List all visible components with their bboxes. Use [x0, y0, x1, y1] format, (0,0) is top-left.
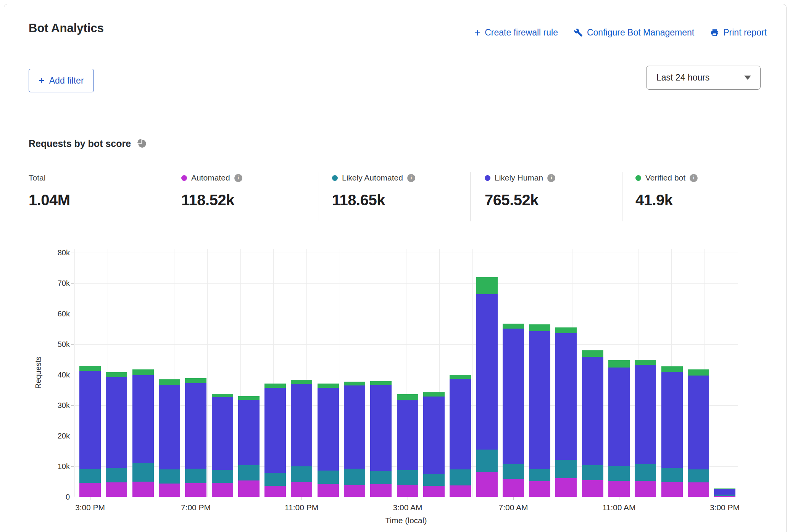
bar-segment-likely-automated[interactable]	[397, 470, 418, 485]
bar-segment-automated[interactable]	[79, 483, 101, 497]
bar-segment-automated[interactable]	[238, 480, 260, 497]
bar-segment-verified-bot[interactable]	[397, 394, 418, 400]
bar-segment-likely-human[interactable]	[529, 331, 550, 469]
bar-segment-likely-automated[interactable]	[714, 495, 735, 496]
bar-segment-likely-human[interactable]	[688, 376, 709, 469]
bar-segment-likely-automated[interactable]	[423, 474, 445, 486]
bar-segment-likely-human[interactable]	[344, 385, 365, 469]
bar-segment-verified-bot[interactable]	[212, 394, 233, 397]
bar-segment-likely-automated[interactable]	[608, 466, 630, 481]
bar-segment-verified-bot[interactable]	[529, 324, 550, 331]
bar-segment-likely-human[interactable]	[370, 385, 392, 471]
bar-segment-likely-human[interactable]	[476, 294, 498, 450]
bar-segment-verified-bot[interactable]	[688, 369, 709, 376]
bar-segment-automated[interactable]	[318, 484, 339, 497]
bar-segment-likely-automated[interactable]	[555, 460, 577, 478]
bar-segment-automated[interactable]	[503, 479, 524, 497]
bar-segment-likely-automated[interactable]	[106, 468, 127, 482]
bar-segment-verified-bot[interactable]	[79, 366, 101, 371]
bar-segment-automated[interactable]	[688, 482, 709, 497]
time-range-select[interactable]: Last 24 hours	[646, 66, 761, 90]
bar-segment-likely-human[interactable]	[291, 384, 312, 466]
bar-segment-likely-automated[interactable]	[688, 469, 709, 482]
bar-segment-likely-automated[interactable]	[212, 470, 233, 483]
bar-segment-likely-human[interactable]	[661, 372, 683, 468]
configure-bot-management-link[interactable]: Configure Bot Management	[574, 27, 694, 38]
print-report-link[interactable]: Print report	[710, 27, 767, 38]
bar-segment-verified-bot[interactable]	[132, 369, 154, 375]
bar-segment-verified-bot[interactable]	[608, 360, 630, 368]
info-icon[interactable]: i	[234, 174, 242, 182]
bar-segment-likely-human[interactable]	[238, 400, 260, 465]
bar-segment-automated[interactable]	[291, 482, 312, 497]
bar-segment-likely-human[interactable]	[132, 375, 154, 463]
bar-segment-verified-bot[interactable]	[476, 277, 498, 294]
bar-segment-likely-human[interactable]	[503, 329, 524, 464]
bar-segment-automated[interactable]	[423, 486, 445, 497]
bar-segment-automated[interactable]	[159, 484, 180, 497]
bar-segment-likely-human[interactable]	[212, 397, 233, 470]
bar-segment-automated[interactable]	[529, 481, 550, 497]
bar-segment-automated[interactable]	[185, 483, 206, 497]
create-firewall-rule-link[interactable]: +Create firewall rule	[474, 27, 558, 38]
bar-segment-likely-automated[interactable]	[132, 463, 154, 482]
bar-segment-verified-bot[interactable]	[582, 350, 603, 357]
info-icon[interactable]: i	[407, 174, 415, 182]
bar-segment-automated[interactable]	[132, 482, 154, 497]
bar-segment-verified-bot[interactable]	[291, 380, 312, 384]
bar-segment-likely-automated[interactable]	[159, 469, 180, 484]
bar-segment-verified-bot[interactable]	[661, 366, 683, 372]
add-filter-button[interactable]: + Add filter	[29, 69, 94, 92]
bar-segment-likely-human[interactable]	[185, 383, 206, 469]
bar-segment-automated[interactable]	[397, 485, 418, 497]
bar-segment-verified-bot[interactable]	[318, 384, 339, 388]
bar-segment-likely-automated[interactable]	[344, 469, 365, 485]
bar-segment-likely-automated[interactable]	[529, 469, 550, 481]
bar-segment-likely-automated[interactable]	[264, 473, 286, 486]
bar-segment-verified-bot[interactable]	[370, 381, 392, 385]
bar-segment-likely-automated[interactable]	[661, 468, 683, 482]
bar-segment-verified-bot[interactable]	[106, 372, 127, 377]
bar-segment-verified-bot[interactable]	[450, 375, 471, 379]
bar-segment-likely-human[interactable]	[582, 357, 603, 465]
info-icon[interactable]: i	[690, 174, 698, 182]
bar-segment-automated[interactable]	[344, 485, 365, 497]
bar-segment-likely-human[interactable]	[450, 379, 471, 469]
bar-segment-likely-automated[interactable]	[79, 469, 101, 483]
bar-segment-likely-human[interactable]	[318, 388, 339, 471]
bar-segment-likely-automated[interactable]	[185, 469, 206, 483]
bar-segment-automated[interactable]	[212, 483, 233, 497]
bar-segment-likely-automated[interactable]	[450, 469, 471, 485]
bar-segment-likely-human[interactable]	[423, 397, 445, 474]
bar-segment-automated[interactable]	[582, 480, 603, 497]
bar-segment-likely-human[interactable]	[79, 371, 101, 469]
bar-segment-likely-human[interactable]	[264, 388, 286, 473]
bar-segment-likely-human[interactable]	[555, 333, 577, 460]
bar-segment-verified-bot[interactable]	[238, 396, 260, 400]
bar-segment-verified-bot[interactable]	[503, 324, 524, 329]
bar-segment-automated[interactable]	[264, 486, 286, 497]
bar-segment-likely-automated[interactable]	[238, 465, 260, 480]
bar-segment-likely-automated[interactable]	[476, 450, 498, 472]
bar-segment-automated[interactable]	[608, 481, 630, 497]
bar-segment-likely-automated[interactable]	[503, 464, 524, 479]
bar-segment-automated[interactable]	[635, 481, 656, 497]
bar-segment-automated[interactable]	[370, 484, 392, 497]
info-icon[interactable]: i	[547, 174, 555, 182]
bar-segment-automated[interactable]	[661, 482, 683, 497]
bar-segment-likely-automated[interactable]	[318, 471, 339, 484]
bar-segment-verified-bot[interactable]	[264, 384, 286, 388]
bar-segment-likely-human[interactable]	[608, 368, 630, 466]
bar-segment-verified-bot[interactable]	[423, 392, 445, 397]
bar-segment-verified-bot[interactable]	[344, 382, 365, 385]
bar-segment-likely-human[interactable]	[159, 385, 180, 469]
bar-segment-likely-human[interactable]	[714, 489, 735, 495]
bar-segment-likely-human[interactable]	[397, 400, 418, 470]
bar-segment-verified-bot[interactable]	[555, 327, 577, 333]
bar-segment-automated[interactable]	[476, 472, 498, 497]
bar-segment-verified-bot[interactable]	[714, 488, 735, 489]
bar-segment-likely-human[interactable]	[106, 377, 127, 468]
bar-segment-likely-automated[interactable]	[370, 471, 392, 484]
bar-segment-likely-human[interactable]	[635, 365, 656, 464]
bar-segment-automated[interactable]	[714, 496, 735, 497]
